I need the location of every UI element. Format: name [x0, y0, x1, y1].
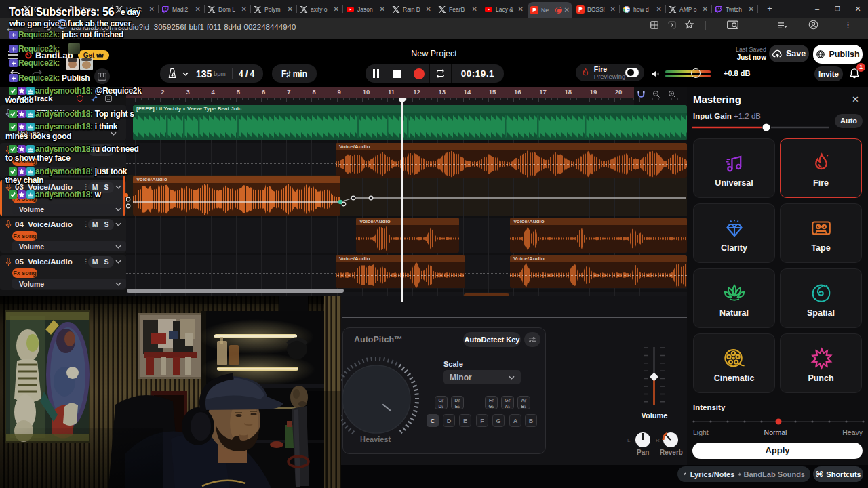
svg-text:R: R: [656, 437, 660, 443]
svg-text:Pan: Pan: [637, 449, 649, 456]
svg-text:L: L: [627, 437, 631, 443]
svg-text:Reverb: Reverb: [660, 449, 683, 456]
